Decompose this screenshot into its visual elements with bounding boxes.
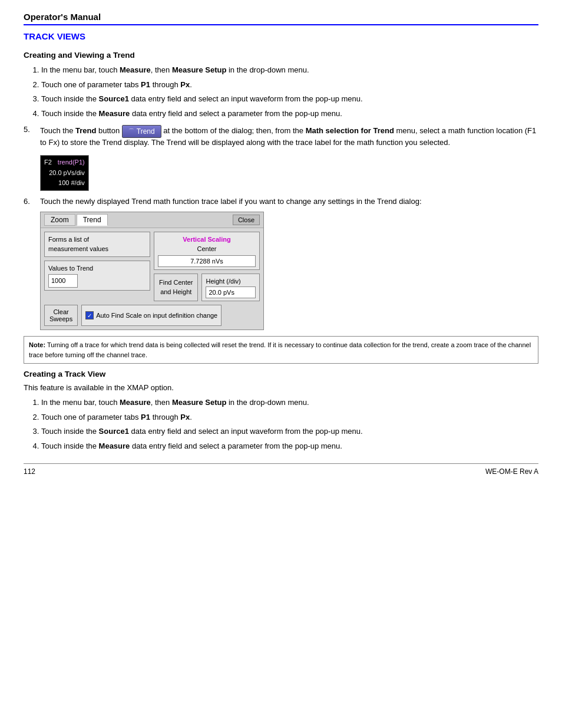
- tab-trend[interactable]: Trend: [77, 214, 108, 226]
- clear-sweeps-button[interactable]: Clear Sweeps: [44, 305, 78, 326]
- dialog-bottom-row: Clear Sweeps ✓ Auto Find Scale on input …: [41, 305, 263, 330]
- section-title: TRACK VIEWS: [24, 31, 538, 41]
- step-6-num: 6.: [24, 197, 40, 206]
- vertical-scaling-title: Vertical Scaling: [158, 235, 256, 245]
- note-prefix: Note:: [29, 341, 45, 348]
- find-btn-line1: Find Center: [159, 279, 193, 286]
- track-step-2: Touch one of parameter tabs P1 through P…: [41, 411, 538, 423]
- doc-id: WE-OM-E Rev A: [485, 467, 538, 476]
- step-6-text: Touch the newly displayed Trend math fun…: [40, 197, 422, 206]
- creating-track-heading: Creating a Track View: [24, 370, 538, 378]
- step-5-text: Touch the Trend button Trend at the bott…: [40, 125, 538, 147]
- step-3: Touch inside the Source1 data entry fiel…: [41, 93, 538, 105]
- dialog-header: Zoom Trend Close: [41, 212, 263, 228]
- note-text: Turning off a trace for which trend data…: [29, 341, 531, 358]
- page-footer: 112 WE-OM-E Rev A: [24, 463, 538, 476]
- track-step-3: Touch inside the Source1 data entry fiel…: [41, 426, 538, 437]
- dialog-tabs: Zoom Trend: [44, 214, 108, 226]
- step-6-container: 6. Touch the newly displayed Trend math …: [24, 197, 538, 206]
- step-5-num: 5.: [24, 125, 40, 147]
- height-value[interactable]: 20.0 pVs: [206, 286, 256, 299]
- dialog-left-column: Forms a list of measurement values Value…: [44, 232, 150, 302]
- step-2: Touch one of parameter tabs P1 through P…: [41, 79, 538, 91]
- creating-track-section: Creating a Track View This feature is av…: [24, 370, 538, 452]
- trace-line2: 20.0 pVs/div: [44, 168, 85, 179]
- find-btn-line2: and Height: [160, 288, 191, 295]
- values-label: Values to Trend: [48, 263, 146, 274]
- dialog-body: Forms a list of measurement values Value…: [41, 228, 263, 305]
- height-box: Height (/div) 20.0 pVs: [201, 274, 260, 301]
- height-find-row: Find Center and Height Height (/div) 20.…: [154, 274, 260, 301]
- trace-label-box: F2 trend(P1) 20.0 pVs/div 100 #/div: [40, 155, 89, 191]
- creating-trend-heading: Creating and Viewing a Trend: [24, 51, 538, 60]
- tab-zoom[interactable]: Zoom: [44, 214, 75, 226]
- page-number: 112: [24, 467, 35, 476]
- forms-list-box: Forms a list of measurement values: [44, 232, 150, 257]
- header-rule: [24, 24, 538, 25]
- center-label: Center: [158, 244, 256, 254]
- center-value[interactable]: 7.7288 nVs: [158, 255, 256, 268]
- track-steps-list: In the menu bar, touch Measure, then Mea…: [41, 397, 538, 452]
- forms-list-line1: Forms a list of: [48, 235, 146, 245]
- page-container: Operator's Manual TRACK VIEWS Creating a…: [24, 12, 538, 476]
- values-number[interactable]: 1000: [48, 274, 78, 288]
- values-to-trend-box: Values to Trend 1000: [44, 261, 150, 291]
- trace-trend-label: trend(P1): [58, 157, 85, 168]
- steps-list: In the menu bar, touch Measure, then Mea…: [41, 64, 538, 119]
- find-center-height-button[interactable]: Find Center and Height: [154, 274, 198, 301]
- step-5-container: 5. Touch the Trend button Trend at the b…: [24, 125, 538, 147]
- trace-line3: 100 #/div: [44, 178, 85, 189]
- autofind-row: ✓ Auto Find Scale on input definition ch…: [81, 305, 222, 326]
- clear-line1: Clear: [53, 308, 68, 315]
- track-step-1: In the menu bar, touch Measure, then Mea…: [41, 397, 538, 409]
- dialog-right-column: Vertical Scaling Center 7.7288 nVs Find …: [154, 232, 260, 302]
- note-box: Note: Turning off a trace for which tren…: [24, 336, 538, 364]
- trace-f2-label: F2: [44, 157, 52, 168]
- dialog-close-button[interactable]: Close: [233, 215, 260, 225]
- header-title: Operator's Manual: [24, 12, 538, 22]
- track-step-4: Touch inside the Measure data entry fiel…: [41, 440, 538, 452]
- forms-list-line2: measurement values: [48, 244, 146, 254]
- trend-button[interactable]: Trend: [122, 125, 161, 138]
- step-1: In the menu bar, touch Measure, then Mea…: [41, 64, 538, 76]
- track-intro: This feature is available in the XMAP op…: [24, 383, 538, 392]
- trend-dialog: Zoom Trend Close Forms a list of measure…: [40, 212, 264, 331]
- height-label: Height (/div): [206, 276, 256, 286]
- trace-f2-row: F2 trend(P1): [44, 157, 85, 168]
- autofind-label: Auto Find Scale on input definition chan…: [96, 312, 217, 319]
- clear-line2: Sweeps: [49, 315, 72, 322]
- creating-trend-section: Creating and Viewing a Trend In the menu…: [24, 51, 538, 330]
- trend-button-label: Trend: [137, 127, 155, 136]
- vertical-scaling-box: Vertical Scaling Center 7.7288 nVs: [154, 232, 260, 271]
- step-4: Touch inside the Measure data entry fiel…: [41, 108, 538, 120]
- autofind-checkbox[interactable]: ✓: [85, 311, 94, 319]
